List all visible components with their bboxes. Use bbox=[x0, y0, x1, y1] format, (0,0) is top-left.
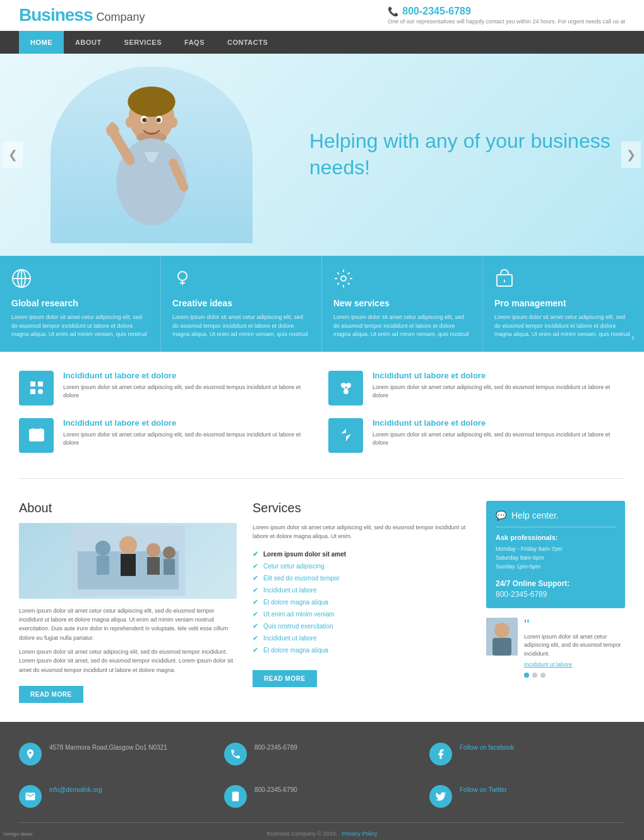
testimonial-text: Lorem ipsum dolor sit amet cetur adipisc… bbox=[524, 633, 625, 659]
checklist-item-9: ✔Et dolore magna aliqua bbox=[253, 644, 470, 656]
professionals-title: Ask professionals: bbox=[496, 534, 616, 541]
hero-text: Helping with any of your business needs! bbox=[284, 128, 625, 181]
hours-sun: Sunday 1pm-5pm bbox=[496, 562, 616, 571]
checklist-item-5: ✔Et dolore magna aliqua bbox=[253, 596, 470, 608]
services-read-more-button[interactable]: READ MORE bbox=[253, 670, 317, 687]
svg-point-38 bbox=[95, 541, 110, 556]
svg-point-42 bbox=[146, 543, 160, 557]
contact-info: 📞 800-2345-6789 One of our representativ… bbox=[388, 6, 625, 25]
check-icon-2: ✔ bbox=[253, 562, 258, 570]
feature-box-3: New services Lorem ipsum dolor sit amet … bbox=[322, 256, 483, 352]
phone-line: 📞 800-2345-6789 bbox=[388, 6, 625, 17]
feature-2-text: Lorem ipsum dolor sit amet cetur adipisc… bbox=[172, 313, 310, 339]
logo-business: Business bbox=[19, 5, 93, 25]
svg-line-29 bbox=[343, 388, 346, 389]
svg-point-9 bbox=[126, 117, 134, 128]
svg-point-47 bbox=[494, 623, 510, 638]
service-text-2: Lorem ipsum dolor sit amet cetur adipisc… bbox=[373, 383, 625, 400]
service-icon-4 bbox=[328, 418, 363, 453]
feature-4-text: Lorem ipsum dolor sit amet cetur adipisc… bbox=[494, 313, 633, 339]
svg-rect-31 bbox=[30, 429, 44, 441]
service-title-1: Incididunt ut labore et dolore bbox=[63, 371, 316, 380]
feature-4-title: Pro management bbox=[494, 298, 633, 308]
service-title-4: Incididunt ut labore et dolore bbox=[373, 418, 625, 428]
check-icon-8: ✔ bbox=[253, 634, 258, 642]
check-icon-9: ✔ bbox=[253, 646, 258, 654]
about-read-more-button[interactable]: READ MORE bbox=[19, 686, 83, 703]
top-bar: Business Company 📞 800-2345-6789 One of … bbox=[0, 0, 644, 31]
hero-content: Helping with any of your business needs! bbox=[0, 54, 644, 256]
service-item-1: Incididunt ut labore et dolore Lorem ips… bbox=[19, 371, 316, 405]
svg-point-26 bbox=[341, 383, 346, 388]
checklist-item-8: ✔Incididunt ut labore bbox=[253, 632, 470, 644]
hero-section: ❮ bbox=[0, 54, 644, 256]
footer-phone2-icon bbox=[224, 785, 247, 808]
testimonial-content: " Lorem ipsum dolor sit amet cetur adipi… bbox=[524, 618, 625, 678]
testimonial-link[interactable]: Incididunt ut labore bbox=[524, 661, 625, 668]
about-image bbox=[19, 523, 237, 599]
phone-icon: 📞 bbox=[388, 6, 398, 16]
service-item-2: Incididunt ut labore et dolore Lorem ips… bbox=[328, 371, 625, 405]
services-heading: Services bbox=[253, 501, 470, 515]
check-icon-3: ✔ bbox=[253, 574, 258, 582]
nav-faqs[interactable]: FAQS bbox=[173, 31, 216, 54]
help-divider bbox=[496, 527, 616, 527]
service-content-3: Incididunt ut labore et dolore Lorem ips… bbox=[63, 418, 316, 448]
footer-phone1-text: 800-2345-6789 bbox=[254, 743, 297, 753]
nav-about[interactable]: ABOUT bbox=[64, 31, 113, 54]
main-section: About Lorem ipsum dolor sit amet cetur c… bbox=[0, 485, 644, 723]
nav-services[interactable]: SERVICES bbox=[113, 31, 173, 54]
hero-image bbox=[19, 66, 284, 243]
services-column: Services Lorem ipsum dolor sit amet cetu… bbox=[253, 501, 470, 704]
dot-2 bbox=[532, 673, 537, 678]
svg-line-30 bbox=[346, 388, 349, 389]
hero-next-button[interactable]: ❯ bbox=[621, 141, 641, 168]
testimonial-dots bbox=[524, 673, 625, 678]
svg-point-44 bbox=[163, 546, 176, 559]
feature-2-title: Creative ideas bbox=[172, 298, 310, 308]
svg-rect-41 bbox=[121, 554, 136, 576]
quote-mark: " bbox=[524, 618, 625, 633]
feature-2-icon bbox=[172, 268, 310, 293]
service-title-2: Incididunt ut labore et dolore bbox=[373, 371, 625, 380]
support-phone: 800-2345-6789 bbox=[496, 590, 616, 599]
version-label: Vertigo Ideas bbox=[3, 831, 33, 837]
footer-facebook-item: Follow on facebook bbox=[429, 738, 625, 771]
footer-twitter-text: Follow on Twitter bbox=[460, 785, 507, 795]
service-text-4: Lorem ipsum dolor sit amet cetur adipisc… bbox=[373, 431, 625, 448]
about-para-1: Lorem ipsum dolor sit amet cetur cetur a… bbox=[19, 606, 237, 643]
help-box: 💬 Help center. Ask professionals: Monday… bbox=[486, 501, 625, 608]
checklist-item-7: ✔Quis nostrud exercitation bbox=[253, 620, 470, 632]
feature-4-arrow: › bbox=[631, 332, 635, 342]
help-chat-icon: 💬 bbox=[496, 510, 506, 520]
service-content-1: Incididunt ut labore et dolore Lorem ips… bbox=[63, 371, 316, 400]
checklist-item-1: ✔Lorem ipsum dolor sit amet bbox=[253, 548, 470, 560]
svg-rect-45 bbox=[164, 559, 175, 575]
services-checklist: ✔Lorem ipsum dolor sit amet ✔Cetur cetur… bbox=[253, 548, 470, 656]
hero-person-placeholder bbox=[51, 66, 253, 243]
service-row-1: Incididunt ut labore et dolore Lorem ips… bbox=[19, 371, 625, 405]
svg-rect-43 bbox=[147, 557, 160, 575]
logo-area: Business Company bbox=[19, 5, 145, 25]
main-nav: HOME ABOUT SERVICES FAQS CONTACTS bbox=[0, 31, 644, 54]
checklist-item-3: ✔Elit sed do eiusmod tempor bbox=[253, 572, 470, 584]
service-text-1: Lorem ipsum dolor sit amet cetur adipisc… bbox=[63, 383, 316, 400]
help-heading: 💬 Help center. bbox=[496, 510, 616, 520]
service-title-3: Incididunt ut labore et dolore bbox=[63, 418, 316, 428]
svg-rect-35 bbox=[33, 435, 35, 437]
check-icon-4: ✔ bbox=[253, 586, 258, 594]
testimonial: " Lorem ipsum dolor sit amet cetur adipi… bbox=[486, 618, 625, 678]
footer-phone1-item: 800-2345-6789 bbox=[224, 738, 420, 771]
service-content-2: Incididunt ut labore et dolore Lorem ips… bbox=[373, 371, 625, 400]
nav-home[interactable]: HOME bbox=[19, 31, 64, 54]
service-row-2: Incididunt ut labore et dolore Lorem ips… bbox=[19, 418, 625, 453]
svg-point-12 bbox=[142, 118, 146, 123]
privacy-link[interactable]: Privacy Policy bbox=[342, 831, 378, 837]
check-icon-5: ✔ bbox=[253, 598, 258, 606]
feature-3-title: New services bbox=[333, 298, 471, 308]
checklist-item-4: ✔Incididunt ut labore bbox=[253, 584, 470, 596]
nav-contacts[interactable]: CONTACTS bbox=[216, 31, 279, 54]
contact-sub: One of our representatives will happily … bbox=[388, 18, 625, 25]
svg-point-14 bbox=[157, 118, 161, 123]
svg-rect-49 bbox=[232, 792, 239, 801]
